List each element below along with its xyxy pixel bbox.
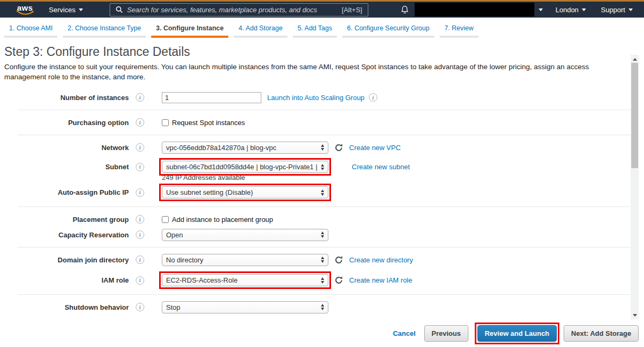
info-icon[interactable]: i (136, 255, 144, 264)
number-of-instances-input[interactable] (162, 92, 261, 103)
support-menu[interactable]: Support (601, 6, 633, 14)
field-label: Subnet (4, 163, 129, 171)
field-label: Domain join directory (4, 256, 129, 264)
launch-into-asg-link[interactable]: Launch into Auto Scaling Group (267, 94, 365, 102)
select-arrows-icon (321, 144, 324, 151)
capacity-reservation-select[interactable]: Open (162, 229, 328, 241)
row-shutdown-behavior: Shutdown behavior i Stop (4, 300, 644, 314)
row-hibernate-behavior: Stop - Hibernate behavior i Enable hiber… (4, 318, 644, 319)
tab-review[interactable]: 7. Review (440, 23, 478, 38)
row-iam-role: IAM role i EC2-RDS-Access-Role Create ne… (4, 271, 644, 289)
aws-logo[interactable]: aws (17, 4, 33, 15)
region-menu[interactable]: London (556, 6, 586, 14)
info-icon[interactable]: i (136, 163, 144, 171)
info-icon[interactable]: i (136, 276, 144, 285)
info-icon[interactable]: i (369, 93, 377, 102)
scrollbar-thumb[interactable] (631, 63, 638, 168)
configure-instance-panel: Step 3: Configure Instance Details Confi… (0, 40, 644, 319)
row-domain-join-directory: Domain join directory i No directory Cre… (4, 253, 644, 267)
global-search[interactable]: [Alt+S] (110, 3, 368, 16)
next-add-storage-button[interactable]: Next: Add Storage (564, 325, 639, 342)
field-label: Auto-assign Public IP (4, 188, 129, 196)
field-label: IAM role (4, 276, 129, 284)
select-arrows-icon (321, 257, 324, 263)
caret-down-icon (582, 9, 586, 11)
caret-down-icon (79, 9, 83, 11)
search-icon (115, 6, 123, 13)
info-icon[interactable]: i (136, 303, 144, 311)
select-arrows-icon (321, 304, 324, 310)
shutdown-behavior-select[interactable]: Stop (162, 301, 328, 313)
scroll-up-icon (633, 58, 637, 61)
info-icon[interactable]: i (136, 188, 144, 197)
field-label: Capacity Reservation (4, 231, 129, 239)
scroll-down-icon (633, 314, 637, 317)
refresh-icon[interactable] (334, 143, 343, 152)
network-select[interactable]: vpc-056eddb78a142870a | blog-vpc (162, 142, 328, 154)
placement-group-checkbox[interactable]: Add instance to placement group (162, 216, 273, 224)
info-icon[interactable]: i (136, 118, 144, 127)
select-arrows-icon (321, 164, 324, 170)
field-label: Placement group (4, 216, 129, 224)
divider (18, 294, 631, 295)
tab-choose-ami[interactable]: 1. Choose AMI (4, 23, 57, 38)
highlight-box-auto-assign-ip: Use subnet setting (Disable) (159, 184, 331, 201)
tab-choose-instance-type[interactable]: 2. Choose Instance Type (63, 23, 146, 38)
select-arrows-icon (321, 189, 324, 196)
domain-join-directory-select[interactable]: No directory (162, 254, 328, 266)
iam-role-select[interactable]: EC2-RDS-Access-Role (162, 274, 328, 286)
request-spot-checkbox[interactable]: Request Spot instances (162, 119, 245, 127)
refresh-icon[interactable] (334, 276, 343, 285)
highlight-box-iam-role: EC2-RDS-Access-Role (159, 271, 331, 289)
row-number-of-instances: Number of instances i Launch into Auto S… (4, 90, 644, 104)
scroll-up-button[interactable] (631, 55, 639, 63)
wizard-step-tabs: 1. Choose AMI 2. Choose Instance Type 3.… (0, 18, 644, 40)
request-spot-checkbox-input[interactable] (162, 119, 169, 126)
field-label: Network (4, 144, 129, 152)
info-icon[interactable]: i (136, 143, 144, 152)
select-arrows-icon (321, 232, 324, 238)
create-iam-role-link[interactable]: Create new IAM role (349, 276, 412, 284)
account-menu-redacted[interactable] (415, 3, 534, 16)
page-title: Step 3: Configure Instance Details (4, 45, 644, 59)
configure-instance-form: Number of instances i Launch into Auto S… (4, 90, 644, 319)
row-auto-assign-public-ip: Auto-assign Public IP i Use subnet setti… (4, 184, 644, 201)
row-capacity-reservation: Capacity Reservation i Open (4, 228, 644, 242)
divider (18, 135, 631, 135)
search-input[interactable] (127, 6, 337, 14)
divider (18, 206, 631, 207)
search-shortcut-hint: [Alt+S] (342, 6, 362, 14)
row-purchasing-option: Purchasing option i Request Spot instanc… (4, 115, 644, 129)
divider (18, 247, 631, 247)
field-label: Number of instances (4, 94, 129, 102)
scroll-down-button[interactable] (631, 311, 639, 319)
info-icon[interactable]: i (136, 230, 144, 239)
tab-configure-security-group[interactable]: 6. Configure Security Group (342, 23, 434, 38)
bell-icon (400, 5, 409, 14)
info-icon[interactable]: i (136, 215, 144, 224)
page-description: Configure the instance to suit your requ… (4, 62, 625, 82)
tab-add-storage[interactable]: 4. Add Storage (234, 23, 287, 38)
caret-down-icon (629, 9, 633, 11)
create-subnet-link[interactable]: Create new subnet (352, 163, 410, 171)
create-directory-link[interactable]: Create new directory (349, 256, 413, 264)
auto-assign-public-ip-select[interactable]: Use subnet setting (Disable) (162, 186, 328, 199)
subnet-select[interactable]: subnet-06c7bd1dd0958dd4e | blog-vpc-Priv… (162, 161, 328, 173)
field-label: Shutdown behavior (4, 303, 129, 311)
notifications-button[interactable] (400, 5, 409, 14)
tab-configure-instance[interactable]: 3. Configure Instance (151, 23, 228, 38)
previous-button[interactable]: Previous (424, 325, 468, 342)
select-arrows-icon (321, 277, 324, 284)
vertical-scrollbar[interactable] (631, 55, 639, 319)
create-vpc-link[interactable]: Create new VPC (349, 144, 401, 152)
cancel-link[interactable]: Cancel (393, 329, 416, 337)
aws-smile-icon (16, 10, 34, 15)
info-icon[interactable]: i (136, 93, 144, 102)
row-placement-group: Placement group i Add instance to placem… (4, 212, 644, 226)
placement-group-checkbox-input[interactable] (162, 216, 169, 223)
refresh-icon[interactable] (334, 255, 343, 265)
highlight-box-review-and-launch: Review and Launch (475, 323, 559, 344)
tab-add-tags[interactable]: 5. Add Tags (293, 23, 337, 38)
review-and-launch-button[interactable]: Review and Launch (477, 325, 557, 342)
services-menu[interactable]: Services (49, 6, 83, 14)
